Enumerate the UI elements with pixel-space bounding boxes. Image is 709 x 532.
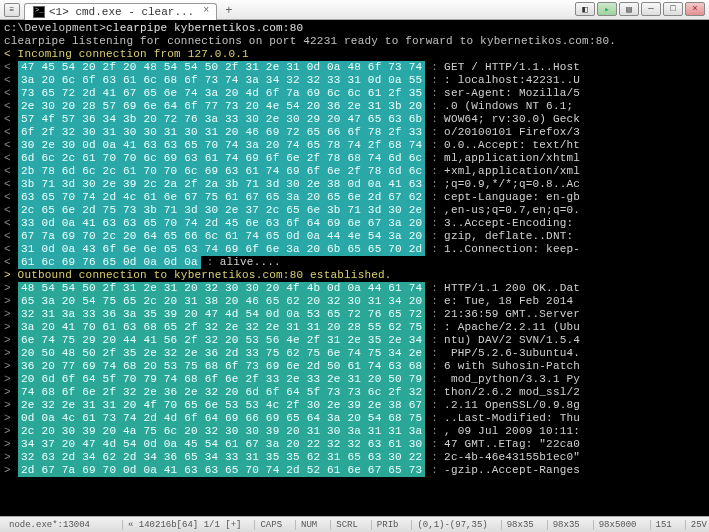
arrow-in-icon: < [4, 256, 18, 269]
hex-row: <2c 65 6e 2d 75 73 3b 71 3d 30 2e 37 2c … [4, 204, 705, 217]
arrow-in-icon: < [4, 204, 18, 217]
arrow-out-icon: > [4, 360, 18, 373]
arrow-out-icon: > [4, 425, 18, 438]
status-size[interactable]: « 140216b[64] 1/1 [+] [122, 520, 246, 530]
ascii-decode: , 09 Jul 2009 10:11: [444, 425, 580, 438]
hex-separator: : [425, 87, 444, 100]
arrow-in-icon: < [4, 191, 18, 204]
hex-separator: : [425, 191, 444, 204]
hex-row: <3b 71 3d 30 2e 39 2c 2a 2f 2a 3b 71 3d … [4, 178, 705, 191]
arrow-out-icon: > [4, 347, 18, 360]
hex-bytes: 67 7a 69 70 2c 20 64 65 66 6c 61 74 65 0… [18, 230, 425, 243]
hex-bytes: 63 65 70 74 2d 4c 61 6e 67 75 61 67 65 3… [18, 191, 425, 204]
arrow-in-icon: < [4, 87, 18, 100]
hex-bytes: 3a 20 6c 6f 63 61 6c 68 6f 73 74 3a 34 3… [18, 74, 425, 87]
ascii-decode: 6 with Suhosin-Patch [444, 360, 580, 373]
hex-row: >34 37 20 47 4d 54 0d 0a 45 54 61 67 3a … [4, 438, 705, 451]
status-bar: node.exe*:13004 « 140216b[64] 1/1 [+] CA… [0, 516, 709, 532]
hex-bytes: 31 0d 0a 43 6f 6e 6e 65 63 74 69 6f 6e 3… [18, 243, 425, 256]
ascii-decode: cept-Language: en-gb [444, 191, 580, 204]
hex-bytes: 6d 6c 2c 61 70 70 6c 69 63 61 74 69 6f 6… [18, 152, 425, 165]
hex-row: <67 7a 69 70 2c 20 64 65 66 6c 61 74 65 … [4, 230, 705, 243]
hex-row: >3a 20 41 70 61 63 68 65 2f 32 2e 32 2e … [4, 321, 705, 334]
hex-separator: : [425, 282, 444, 295]
new-tab-button[interactable]: + [219, 4, 238, 18]
hex-row: >32 63 2d 34 62 2d 34 36 65 34 33 31 35 … [4, 451, 705, 464]
tab-close-icon[interactable]: × [200, 5, 212, 17]
status-process: node.exe*:13004 [4, 520, 95, 530]
ascii-decode: ;q=0.9,*/*;q=0.8..Ac [444, 178, 580, 191]
tab-active[interactable]: <1> cmd.exe - clear... × [24, 3, 217, 20]
hex-separator: : [425, 360, 444, 373]
hex-bytes: 33 0d 0a 41 63 63 65 70 74 2d 45 6e 63 6… [18, 217, 425, 230]
incoming-header: < Incoming connection from 127.0.0.1 [4, 48, 705, 61]
toolbar-button-1[interactable]: ◧ [575, 2, 595, 16]
hex-separator: : [425, 165, 444, 178]
outbound-header: > Outbound connection to kybernetikos.co… [4, 269, 705, 282]
hex-row: <61 6c 69 76 65 0d 0a 0d 0a:alive.... [4, 256, 705, 269]
hex-separator: : [425, 178, 444, 191]
hex-separator: : [425, 74, 444, 87]
arrow-out-icon: > [4, 308, 18, 321]
ascii-decode: .0 (Windows NT 6.1; [444, 100, 580, 113]
hex-row: >2c 20 30 39 20 4a 75 6c 20 32 30 30 39 … [4, 425, 705, 438]
arrow-in-icon: < [4, 178, 18, 191]
hex-separator: : [425, 243, 444, 256]
hex-separator: : [201, 256, 220, 269]
ascii-decode: o/20100101 Firefox/3 [444, 126, 580, 139]
ascii-decode: e: Tue, 18 Feb 2014 [444, 295, 580, 308]
status-dim3: 98x5000 [593, 520, 642, 530]
status-scrl: SCRL [330, 520, 363, 530]
hex-row: >20 6d 6f 64 5f 70 79 74 68 6f 6e 2f 33 … [4, 373, 705, 386]
hex-bytes: 48 54 54 50 2f 31 2e 31 20 32 30 30 20 4… [18, 282, 425, 295]
hex-bytes: 6f 2f 32 30 31 30 30 31 30 31 20 46 69 7… [18, 126, 425, 139]
hex-row: >36 20 77 69 74 68 20 53 75 68 6f 73 69 … [4, 360, 705, 373]
toolbar-button-3[interactable]: ▤ [619, 2, 639, 16]
terminal-area[interactable]: c:\Development>clearpipe kybernetikos.co… [0, 20, 709, 516]
hex-bytes: 2c 65 6e 2d 75 73 3b 71 3d 30 2e 37 2c 6… [18, 204, 425, 217]
ascii-decode: 1..Connection: keep- [444, 243, 580, 256]
ascii-decode: WOW64; rv:30.0) Geck [444, 113, 580, 126]
hex-bytes: 73 65 72 2d 41 67 65 6e 74 3a 20 4d 6f 7… [18, 87, 425, 100]
hex-bytes: 65 3a 20 54 75 65 2c 20 31 38 20 46 65 6… [18, 295, 425, 308]
arrow-in-icon: < [4, 217, 18, 230]
ascii-decode: thon/2.6.2 mod_ssl/2 [444, 386, 580, 399]
toolbar-button-2[interactable]: ▸ [597, 2, 617, 16]
hex-row: <6f 2f 32 30 31 30 30 31 30 31 20 46 69 … [4, 126, 705, 139]
arrow-in-icon: < [4, 100, 18, 113]
incoming-header-text: Incoming connection from 127.0.0.1 [18, 48, 249, 60]
hex-separator: : [425, 451, 444, 464]
status-dim2: 98x35 [547, 520, 585, 530]
minimize-button[interactable]: — [641, 2, 661, 16]
hex-bytes: 32 31 3a 33 36 3a 35 39 20 47 4d 54 0d 0… [18, 308, 425, 321]
ascii-decode: alive.... [220, 256, 281, 269]
maximize-button[interactable]: □ [663, 2, 683, 16]
arrow-in-icon: < [4, 230, 18, 243]
arrow-out-icon: > [4, 373, 18, 386]
command-text: clearpipe kybernetikos.com:80 [106, 22, 303, 34]
incoming-hex-block: <47 45 54 20 2f 20 48 54 54 50 2f 31 2e … [4, 61, 705, 269]
hex-row: >20 50 48 50 2f 35 2e 32 2e 36 2d 33 75 … [4, 347, 705, 360]
hex-row: <30 2e 30 0d 0a 41 63 63 65 70 74 3a 20 … [4, 139, 705, 152]
hex-row: >32 31 3a 33 36 3a 35 39 20 47 4d 54 0d … [4, 308, 705, 321]
hex-bytes: 34 37 20 47 4d 54 0d 0a 45 54 61 67 3a 2… [18, 438, 425, 451]
hex-row: >6e 74 75 29 20 44 41 56 2f 32 20 53 56 … [4, 334, 705, 347]
hex-row: <31 0d 0a 43 6f 6e 6e 65 63 74 69 6f 6e … [4, 243, 705, 256]
hex-separator: : [425, 126, 444, 139]
outbound-header-text: Outbound connection to kybernetikos.com:… [18, 269, 392, 281]
arrow-out-icon: > [4, 451, 18, 464]
status-vpct: 25V [685, 520, 709, 530]
hex-row: <73 65 72 2d 41 67 65 6e 74 3a 20 4d 6f … [4, 87, 705, 100]
arrow-in-icon: < [4, 126, 18, 139]
arrow-in-icon: < [4, 243, 18, 256]
hex-bytes: 30 2e 30 0d 0a 41 63 63 65 70 74 3a 20 7… [18, 139, 425, 152]
ascii-decode: ..Last-Modified: Thu [444, 412, 580, 425]
hex-bytes: 20 6d 6f 64 5f 70 79 74 68 6f 6e 2f 33 2… [18, 373, 425, 386]
ascii-decode: +xml,application/xml [444, 165, 580, 178]
hex-separator: : [425, 373, 444, 386]
arrow-in-icon: < [4, 113, 18, 126]
menu-button[interactable]: ≡ [4, 3, 20, 17]
hex-separator: : [425, 308, 444, 321]
ascii-decode: : localhost:42231..U [444, 74, 580, 87]
close-button[interactable]: × [685, 2, 705, 16]
